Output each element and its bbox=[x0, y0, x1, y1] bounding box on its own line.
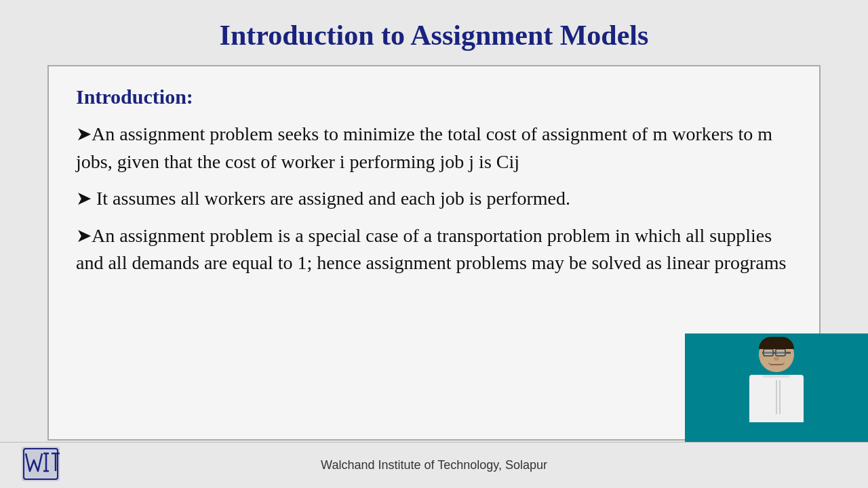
bullet-item-3: ➤An assignment problem is a special case… bbox=[76, 222, 792, 277]
bullet-arrow-1: ➤ bbox=[76, 123, 92, 144]
bullet-arrow-3: ➤ bbox=[76, 225, 92, 246]
person-body bbox=[749, 375, 804, 422]
footer-text: Walchand Institute of Technology, Solapu… bbox=[321, 458, 547, 472]
bullet-text-3: An assignment problem is a special case … bbox=[76, 225, 786, 274]
bullet-text-2: It assumes all workers are assigned and … bbox=[96, 188, 570, 209]
institute-logo bbox=[20, 445, 61, 483]
bullet-arrow-2: ➤ bbox=[76, 188, 96, 209]
slide-container: Introduction to Assignment Models Introd… bbox=[0, 0, 868, 488]
person-head bbox=[759, 337, 794, 372]
bullet-item-2: ➤ It assumes all workers are assigned an… bbox=[76, 185, 792, 213]
footer-bar: Walchand Institute of Technology, Solapu… bbox=[0, 442, 868, 488]
bullet-item-1: ➤An assignment problem seeks to minimize… bbox=[76, 121, 792, 176]
slide-title: Introduction to Assignment Models bbox=[220, 19, 649, 52]
intro-label: Introduction: bbox=[76, 85, 792, 108]
person-figure bbox=[736, 337, 817, 439]
webcam-overlay bbox=[685, 333, 868, 442]
bullet-text-1: An assignment problem seeks to minimize … bbox=[76, 123, 772, 172]
